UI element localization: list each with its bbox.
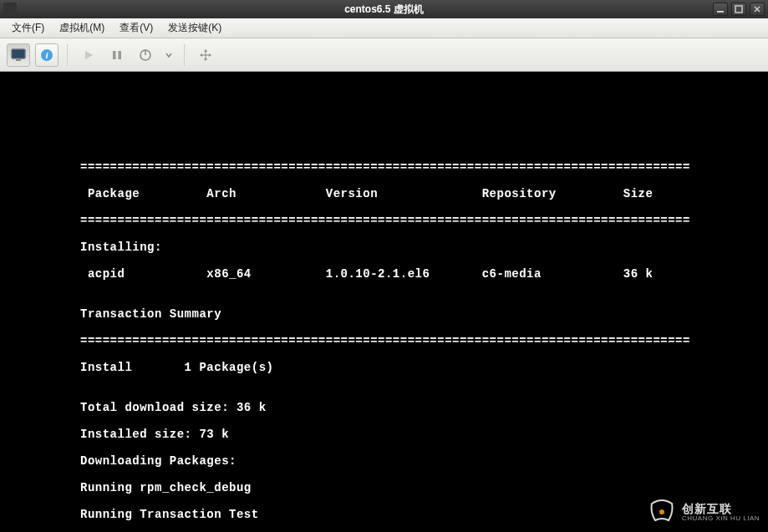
svg-rect-7 (113, 51, 116, 59)
watermark-text: 创新互联 (682, 503, 760, 514)
t-download-size: Total download size: 36 k (80, 401, 688, 414)
window-controls (713, 3, 765, 16)
t-line: Running Transaction Test (80, 508, 688, 521)
svg-point-13 (659, 509, 664, 514)
svg-rect-4 (16, 59, 21, 61)
t-install-count: Install 1 Package(s) (80, 361, 688, 374)
watermark-subtext: CHUANG XIN HU LIAN (682, 514, 760, 522)
t-line: ========================================… (80, 214, 688, 227)
menu-vm[interactable]: 虚拟机(M) (53, 19, 111, 37)
minimize-button[interactable] (713, 3, 728, 16)
t-line: ========================================… (80, 160, 688, 174)
t-package-row: acpid x86_64 1.0.10-2.1.el6 c6-media 36 … (80, 267, 688, 281)
power-icon (139, 48, 152, 62)
info-button[interactable]: i (35, 43, 58, 67)
svg-rect-3 (13, 50, 24, 58)
info-icon: i (39, 48, 54, 63)
menu-send-keys[interactable]: 发送按键(K) (161, 19, 228, 37)
toolbar: i (0, 38, 768, 72)
play-button[interactable] (77, 43, 100, 67)
power-button[interactable] (134, 43, 157, 67)
t-line: Downloading Packages: (80, 454, 688, 468)
t-installed-size: Installed size: 73 k (80, 428, 688, 441)
menu-view[interactable]: 查看(V) (113, 19, 160, 37)
pause-button[interactable] (105, 43, 129, 67)
close-button[interactable] (750, 3, 765, 16)
watermark-logo-icon (647, 497, 677, 527)
svg-rect-0 (717, 11, 724, 13)
menu-file[interactable]: 文件(F) (5, 19, 51, 37)
separator (184, 44, 186, 66)
play-icon (83, 49, 94, 61)
t-header: Package Arch Version Repository Size (80, 187, 688, 200)
pause-icon (111, 49, 123, 61)
t-summary: Transaction Summary (80, 307, 688, 321)
terminal-output[interactable]: ========================================… (0, 72, 768, 532)
maximize-button[interactable] (731, 3, 746, 16)
move-icon (198, 48, 213, 63)
svg-rect-1 (735, 6, 742, 13)
t-line: Installing: (80, 241, 688, 254)
console-button[interactable] (7, 43, 30, 67)
window-title: centos6.5 虚拟机 (344, 3, 424, 17)
fullscreen-button[interactable] (194, 43, 217, 67)
monitor-icon (11, 48, 26, 62)
chevron-down-icon (165, 51, 173, 59)
power-dropdown[interactable] (162, 43, 175, 67)
separator (67, 44, 69, 66)
t-line: Running rpm_check_debug (80, 481, 688, 494)
t-line: ========================================… (80, 334, 688, 347)
svg-rect-8 (119, 51, 122, 59)
watermark: 创新互联 CHUANG XIN HU LIAN (647, 497, 760, 527)
titlebar: centos6.5 虚拟机 (0, 0, 768, 18)
menubar: 文件(F) 虚拟机(M) 查看(V) 发送按键(K) (0, 18, 768, 38)
window-icon (3, 3, 17, 16)
